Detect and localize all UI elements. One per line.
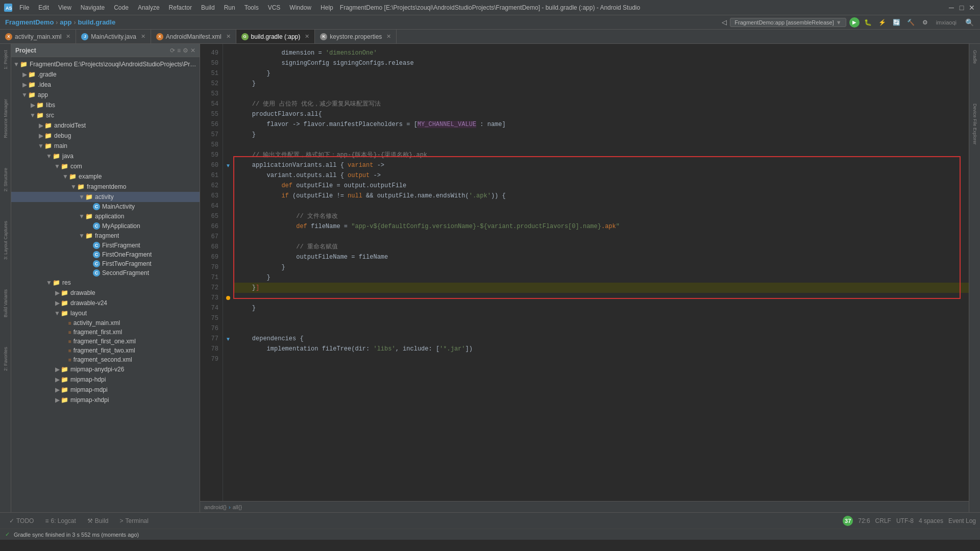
gutter-cell-60[interactable]: ▼ [223, 160, 233, 170]
tab-build[interactable]: ⚒ Build [82, 516, 114, 525]
tab-android-manifest[interactable]: X AndroidManifest.xml ✕ [151, 30, 236, 43]
menu-code[interactable]: Code [110, 3, 133, 12]
tree-item-gradle[interactable]: ▶ 📁 .gradle [11, 69, 200, 80]
code-line-69: outputFileName = fileName [233, 252, 969, 262]
tree-item-fragmentdemo[interactable]: ▼ 📁 fragmentdemo [11, 182, 200, 192]
run-config-selector[interactable]: FragmentDemo:app [assembleRelease] ▼ [730, 18, 846, 27]
sync-icon[interactable]: ⟳ [170, 47, 175, 54]
sidebar-favorites-label[interactable]: 2: Favorites [2, 343, 9, 375]
tree-item-myapplication[interactable]: C MyApplication [11, 221, 200, 231]
tree-item-idea[interactable]: ▶ 📁 .idea [11, 80, 200, 90]
maximize-button[interactable]: □ [958, 4, 966, 12]
menu-file[interactable]: File [15, 3, 33, 12]
tab-main-activity[interactable]: J MainActivity.java ✕ [76, 30, 151, 43]
settings-button[interactable]: ⚙ [920, 17, 931, 28]
fold-arrow-icon[interactable]: ▼ [226, 336, 231, 342]
tab-close-icon[interactable]: ✕ [141, 33, 145, 40]
tree-item-fragment-first-two-xml[interactable]: ≡ fragment_first_two.xml [11, 346, 200, 355]
tree-item-layout[interactable]: ▼ 📁 layout [11, 308, 200, 318]
tab-activity-main[interactable]: X activity_main.xml ✕ [0, 30, 76, 43]
tree-item-mipmap-xhdpi[interactable]: ▶ 📁 mipmap-xhdpi [11, 395, 200, 405]
menu-tools[interactable]: Tools [240, 3, 263, 12]
menu-view[interactable]: View [54, 3, 76, 12]
tree-item-fragment[interactable]: ▼ 📁 fragment [11, 231, 200, 241]
menu-analyze[interactable]: Analyze [134, 3, 164, 12]
close-button[interactable]: ✕ [968, 4, 976, 12]
tree-item-root[interactable]: ▼ 📁 FragmentDemo E:\Projects\zouqi\Andro… [11, 59, 200, 69]
breadcrumb-file[interactable]: build.gradle [78, 18, 115, 26]
tab-todo[interactable]: ✓ TODO [4, 516, 39, 525]
sidebar-resource-label[interactable]: Resource Manager [2, 95, 9, 142]
tree-item-fragment-first-one-xml[interactable]: ≡ fragment_first_one.xml [11, 337, 200, 346]
tree-item-debug[interactable]: ▶ 📁 debug [11, 131, 200, 141]
fold-arrow-icon[interactable]: ▼ [226, 163, 231, 168]
menu-run[interactable]: Run [220, 3, 239, 12]
tree-item-androidtest[interactable]: ▶ 📁 androidTest [11, 120, 200, 131]
tree-item-example[interactable]: ▼ 📁 example [11, 171, 200, 182]
tree-item-res[interactable]: ▼ 📁 res [11, 278, 200, 288]
tree-item-com[interactable]: ▼ 📁 com [11, 161, 200, 171]
search-everywhere-icon[interactable]: 🔍 [964, 17, 975, 28]
code-text[interactable]: dimension = 'dimensionOne' signingConfig… [233, 44, 969, 501]
tree-item-java[interactable]: ▼ 📁 java [11, 151, 200, 161]
tree-item-drawable-v24[interactable]: ▶ 📁 drawable-v24 [11, 298, 200, 308]
tree-item-secondfragment[interactable]: C SecondFragment [11, 268, 200, 278]
sidebar-build-variants-label[interactable]: Build Variants [2, 285, 9, 321]
tree-item-application[interactable]: ▼ 📁 application [11, 211, 200, 221]
breadcrumb-project[interactable]: FragmentDemo [5, 18, 54, 26]
menu-refactor[interactable]: Refactor [165, 3, 196, 12]
tree-item-firstfragment[interactable]: C FirstFragment [11, 241, 200, 250]
minimize-button[interactable]: ─ [947, 4, 955, 12]
tree-item-drawable[interactable]: ▶ 📁 drawable [11, 288, 200, 298]
tab-close-icon[interactable]: ✕ [66, 33, 70, 40]
menu-edit[interactable]: Edit [34, 3, 53, 12]
tree-item-mipmap-hdpi[interactable]: ▶ 📁 mipmap-hdpi [11, 374, 200, 385]
tab-logcat[interactable]: ≡ 6: Logcat [40, 516, 81, 525]
tab-keystore[interactable]: K keystore.properties ✕ [315, 30, 397, 43]
sidebar-structure-label[interactable]: 2: Structure [2, 164, 9, 196]
tree-item-mipmap-mdpi[interactable]: ▶ 📁 mipmap-mdpi [11, 385, 200, 395]
tree-item-firsttwofragment[interactable]: C FirstTwoFragment [11, 259, 200, 268]
sync-button[interactable]: 🔄 [891, 17, 902, 28]
tree-item-fragment-second-xml[interactable]: ≡ fragment_second.xml [11, 355, 200, 364]
settings-icon[interactable]: ⚙ [183, 47, 188, 54]
xml-file-icon: ≡ [68, 330, 71, 335]
folder-icon: 📁 [85, 232, 93, 240]
tree-item-app[interactable]: ▼ 📁 app [11, 90, 200, 100]
tree-item-firstonefragment[interactable]: C FirstOneFragment [11, 250, 200, 259]
tab-build-gradle[interactable]: G build.gradle (:app) ✕ [236, 30, 315, 43]
menu-navigate[interactable]: Navigate [77, 3, 109, 12]
close-panel-icon[interactable]: ✕ [190, 47, 195, 54]
tree-item-activity-main-xml[interactable]: ≡ activity_main.xml [11, 318, 200, 328]
tree-item-libs[interactable]: ▶ 📁 libs [11, 100, 200, 110]
menu-help[interactable]: Help [316, 3, 337, 12]
back-icon[interactable]: ◁ [722, 18, 727, 26]
sidebar-gradle-label[interactable]: Gradle [971, 46, 978, 68]
tree-item-fragment-first-xml[interactable]: ≡ fragment_first.xml [11, 328, 200, 337]
breadcrumb-module[interactable]: app [60, 18, 71, 26]
attach-debugger-button[interactable]: ⚡ [877, 17, 888, 28]
menu-window[interactable]: Window [285, 3, 315, 12]
tree-item-src[interactable]: ▼ 📁 src [11, 110, 200, 120]
menu-vcs[interactable]: VCS [264, 3, 285, 12]
gutter-cell-77[interactable]: ▼ [223, 334, 233, 344]
sidebar-project-label[interactable]: 1: Project [2, 46, 9, 73]
menu-build[interactable]: Build [197, 3, 219, 12]
event-log-link[interactable]: Event Log [948, 517, 976, 524]
code-view[interactable]: 49 50 51 52 53 54 55 56 57 58 59 60 61 6… [200, 44, 969, 501]
run-button[interactable]: ▶ [849, 17, 860, 28]
tree-item-mainactivity[interactable]: C MainActivity [11, 202, 200, 211]
tree-item-mipmap-anydpi[interactable]: ▶ 📁 mipmap-anydpi-v26 [11, 364, 200, 374]
tab-close-icon[interactable]: ✕ [305, 33, 309, 40]
tab-terminal[interactable]: > Terminal [115, 516, 154, 525]
sidebar-device-explorer-label[interactable]: Device File Explorer [971, 99, 978, 149]
tab-close-icon[interactable]: ✕ [226, 33, 231, 40]
tree-item-activity[interactable]: ▼ 📁 activity [11, 192, 200, 202]
build-button[interactable]: 🔨 [905, 17, 917, 28]
tree-item-main[interactable]: ▼ 📁 main [11, 141, 200, 151]
sidebar-layout-label[interactable]: 3: Layout Captures [2, 217, 9, 264]
breadcrumb-sep: › [229, 504, 231, 510]
debug-button[interactable]: 🐛 [863, 17, 874, 28]
collapse-icon[interactable]: ≡ [177, 47, 181, 54]
tab-close-icon[interactable]: ✕ [386, 33, 391, 40]
